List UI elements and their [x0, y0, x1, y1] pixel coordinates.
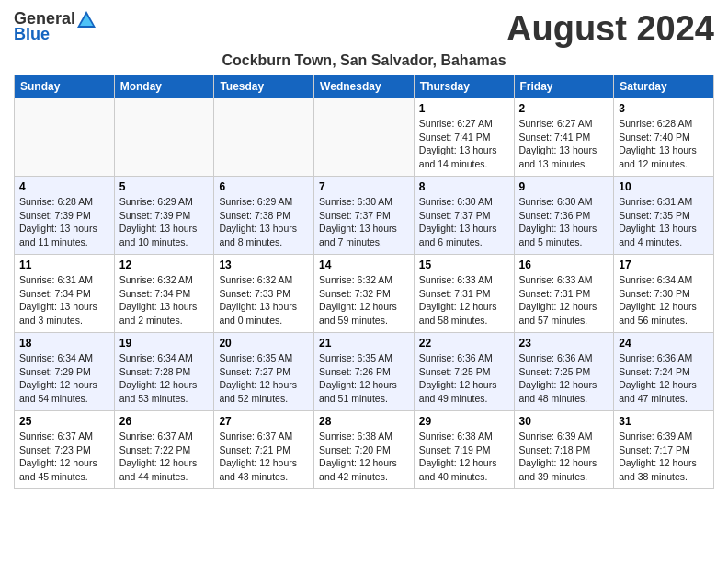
day-info: Sunrise: 6:30 AMSunset: 7:37 PMDaylight:… — [319, 195, 409, 249]
day-number: 14 — [319, 259, 409, 271]
day-info: Sunrise: 6:36 AMSunset: 7:25 PMDaylight:… — [519, 351, 609, 406]
calendar-cell: 22Sunrise: 6:36 AMSunset: 7:25 PMDayligh… — [414, 333, 514, 411]
week-row-3: 11Sunrise: 6:31 AMSunset: 7:34 PMDayligh… — [15, 255, 714, 333]
day-number: 16 — [519, 259, 609, 271]
day-number: 9 — [519, 180, 609, 193]
day-number: 4 — [19, 180, 109, 193]
day-info: Sunrise: 6:28 AMSunset: 7:40 PMDaylight:… — [619, 117, 709, 171]
logo-icon — [77, 11, 96, 28]
calendar-cell: 3Sunrise: 6:28 AMSunset: 7:40 PMDaylight… — [614, 98, 714, 177]
day-info: Sunrise: 6:30 AMSunset: 7:36 PMDaylight:… — [519, 195, 609, 249]
day-info: Sunrise: 6:27 AMSunset: 7:41 PMDaylight:… — [419, 117, 509, 171]
calendar-cell: 9Sunrise: 6:30 AMSunset: 7:36 PMDaylight… — [514, 177, 614, 255]
day-info: Sunrise: 6:28 AMSunset: 7:39 PMDaylight:… — [19, 195, 109, 249]
day-number: 30 — [519, 415, 609, 428]
day-info: Sunrise: 6:31 AMSunset: 7:34 PMDaylight:… — [19, 273, 109, 327]
calendar-cell: 18Sunrise: 6:34 AMSunset: 7:29 PMDayligh… — [15, 333, 115, 411]
calendar-cell: 13Sunrise: 6:32 AMSunset: 7:33 PMDayligh… — [214, 255, 314, 333]
calendar-cell: 30Sunrise: 6:39 AMSunset: 7:18 PMDayligh… — [514, 411, 614, 489]
day-info: Sunrise: 6:34 AMSunset: 7:28 PMDaylight:… — [119, 351, 210, 406]
day-number: 26 — [119, 415, 210, 428]
calendar-cell: 6Sunrise: 6:29 AMSunset: 7:38 PMDaylight… — [214, 177, 314, 255]
calendar: SundayMondayTuesdayWednesdayThursdayFrid… — [14, 75, 714, 489]
day-number: 22 — [419, 337, 509, 350]
day-info: Sunrise: 6:35 AMSunset: 7:27 PMDaylight:… — [219, 351, 309, 406]
weekday-header-wednesday: Wednesday — [314, 75, 415, 98]
calendar-cell: 2Sunrise: 6:27 AMSunset: 7:41 PMDaylight… — [514, 98, 614, 177]
weekday-header-saturday: Saturday — [614, 75, 714, 98]
day-number: 27 — [219, 415, 309, 428]
day-info: Sunrise: 6:31 AMSunset: 7:35 PMDaylight:… — [619, 195, 709, 249]
location-title: Cockburn Town, San Salvador, Bahamas — [14, 52, 714, 69]
calendar-cell: 12Sunrise: 6:32 AMSunset: 7:34 PMDayligh… — [114, 255, 214, 333]
day-number: 13 — [219, 259, 309, 271]
day-number: 2 — [519, 102, 609, 115]
calendar-cell: 26Sunrise: 6:37 AMSunset: 7:22 PMDayligh… — [114, 411, 214, 489]
calendar-cell: 27Sunrise: 6:37 AMSunset: 7:21 PMDayligh… — [214, 411, 314, 489]
day-info: Sunrise: 6:35 AMSunset: 7:26 PMDaylight:… — [319, 351, 409, 406]
calendar-cell: 16Sunrise: 6:33 AMSunset: 7:31 PMDayligh… — [514, 255, 614, 333]
calendar-cell: 11Sunrise: 6:31 AMSunset: 7:34 PMDayligh… — [15, 255, 115, 333]
day-number: 21 — [319, 337, 409, 350]
week-row-4: 18Sunrise: 6:34 AMSunset: 7:29 PMDayligh… — [15, 333, 714, 411]
day-number: 29 — [419, 415, 509, 428]
day-info: Sunrise: 6:37 AMSunset: 7:21 PMDaylight:… — [219, 430, 309, 484]
day-number: 31 — [619, 415, 709, 428]
day-info: Sunrise: 6:37 AMSunset: 7:23 PMDaylight:… — [19, 430, 109, 484]
day-number: 10 — [619, 180, 709, 193]
day-info: Sunrise: 6:29 AMSunset: 7:38 PMDaylight:… — [219, 195, 309, 249]
calendar-cell: 4Sunrise: 6:28 AMSunset: 7:39 PMDaylight… — [15, 177, 115, 255]
day-number: 28 — [319, 415, 409, 428]
day-info: Sunrise: 6:36 AMSunset: 7:24 PMDaylight:… — [619, 351, 709, 406]
day-number: 17 — [619, 259, 709, 271]
day-info: Sunrise: 6:27 AMSunset: 7:41 PMDaylight:… — [519, 117, 609, 171]
day-info: Sunrise: 6:37 AMSunset: 7:22 PMDaylight:… — [119, 430, 210, 484]
day-number: 6 — [219, 180, 309, 193]
calendar-cell: 10Sunrise: 6:31 AMSunset: 7:35 PMDayligh… — [614, 177, 714, 255]
calendar-cell: 7Sunrise: 6:30 AMSunset: 7:37 PMDaylight… — [314, 177, 415, 255]
day-number: 8 — [419, 180, 509, 193]
weekday-header-monday: Monday — [114, 75, 214, 98]
day-info: Sunrise: 6:33 AMSunset: 7:31 PMDaylight:… — [419, 273, 509, 327]
day-number: 12 — [119, 259, 210, 271]
day-number: 25 — [19, 415, 109, 428]
day-number: 11 — [19, 259, 109, 271]
day-info: Sunrise: 6:32 AMSunset: 7:33 PMDaylight:… — [219, 273, 309, 327]
calendar-cell: 21Sunrise: 6:35 AMSunset: 7:26 PMDayligh… — [314, 333, 415, 411]
day-number: 5 — [119, 180, 210, 193]
calendar-cell — [214, 98, 314, 177]
calendar-cell — [15, 98, 115, 177]
calendar-cell — [314, 98, 415, 177]
weekday-header-row: SundayMondayTuesdayWednesdayThursdayFrid… — [15, 75, 714, 98]
day-number: 1 — [419, 102, 509, 115]
day-info: Sunrise: 6:33 AMSunset: 7:31 PMDaylight:… — [519, 273, 609, 327]
day-number: 20 — [219, 337, 309, 350]
calendar-cell — [114, 98, 214, 177]
calendar-cell: 31Sunrise: 6:39 AMSunset: 7:17 PMDayligh… — [614, 411, 714, 489]
calendar-cell: 25Sunrise: 6:37 AMSunset: 7:23 PMDayligh… — [15, 411, 115, 489]
calendar-cell: 5Sunrise: 6:29 AMSunset: 7:39 PMDaylight… — [114, 177, 214, 255]
weekday-header-thursday: Thursday — [414, 75, 514, 98]
day-info: Sunrise: 6:39 AMSunset: 7:18 PMDaylight:… — [519, 430, 609, 484]
day-info: Sunrise: 6:38 AMSunset: 7:19 PMDaylight:… — [419, 430, 509, 484]
day-info: Sunrise: 6:29 AMSunset: 7:39 PMDaylight:… — [119, 195, 210, 249]
calendar-cell: 15Sunrise: 6:33 AMSunset: 7:31 PMDayligh… — [414, 255, 514, 333]
day-number: 7 — [319, 180, 409, 193]
day-info: Sunrise: 6:34 AMSunset: 7:30 PMDaylight:… — [619, 273, 709, 327]
day-info: Sunrise: 6:30 AMSunset: 7:37 PMDaylight:… — [419, 195, 509, 249]
weekday-header-tuesday: Tuesday — [214, 75, 314, 98]
calendar-cell: 17Sunrise: 6:34 AMSunset: 7:30 PMDayligh… — [614, 255, 714, 333]
calendar-cell: 29Sunrise: 6:38 AMSunset: 7:19 PMDayligh… — [414, 411, 514, 489]
month-title: August 2024 — [506, 9, 714, 49]
day-info: Sunrise: 6:34 AMSunset: 7:29 PMDaylight:… — [19, 351, 109, 406]
day-info: Sunrise: 6:38 AMSunset: 7:20 PMDaylight:… — [319, 430, 409, 484]
calendar-cell: 20Sunrise: 6:35 AMSunset: 7:27 PMDayligh… — [214, 333, 314, 411]
calendar-cell: 14Sunrise: 6:32 AMSunset: 7:32 PMDayligh… — [314, 255, 415, 333]
day-number: 18 — [19, 337, 109, 350]
calendar-cell: 28Sunrise: 6:38 AMSunset: 7:20 PMDayligh… — [314, 411, 415, 489]
weekday-header-friday: Friday — [514, 75, 614, 98]
day-number: 19 — [119, 337, 210, 350]
calendar-cell: 8Sunrise: 6:30 AMSunset: 7:37 PMDaylight… — [414, 177, 514, 255]
calendar-cell: 23Sunrise: 6:36 AMSunset: 7:25 PMDayligh… — [514, 333, 614, 411]
day-number: 24 — [619, 337, 709, 350]
